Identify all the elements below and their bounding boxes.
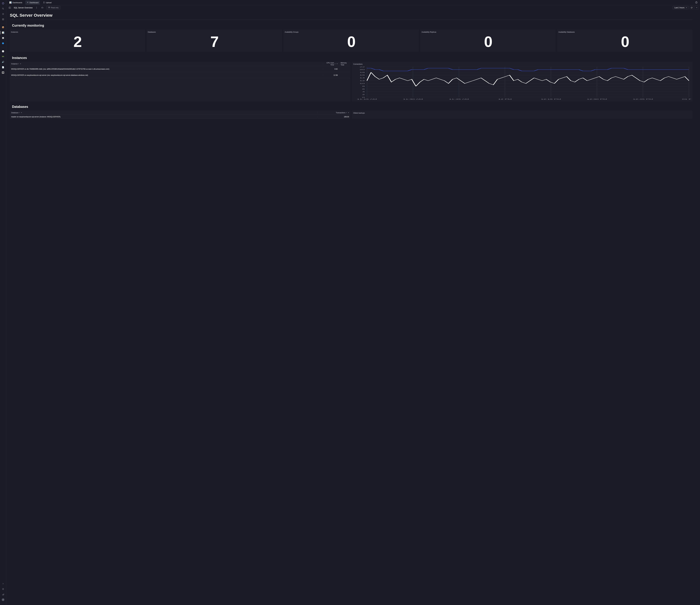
tile-availability-replicas[interactable]: Availability Replicas 0 <box>420 29 556 52</box>
more-options-icon[interactable] <box>34 6 39 10</box>
chevron-down-icon <box>20 64 21 64</box>
databases-table-header: Database Transactions <box>10 111 350 115</box>
search-icon[interactable] <box>1 7 5 10</box>
new-dashboard-button[interactable]: Dashboard <box>25 1 40 5</box>
apps-icon[interactable] <box>1 18 5 21</box>
sidebar-logo[interactable] <box>1 2 5 5</box>
refresh-button[interactable] <box>690 6 694 10</box>
tile-value: 0 <box>422 34 554 49</box>
panel-toggle-icon[interactable] <box>8 6 12 10</box>
nav-item-1[interactable]: 📦 <box>1 26 5 29</box>
cell-instance: MSSQLSERVER on easytravelazure-sql-serve… <box>10 74 323 76</box>
svg-text:16: 16 <box>359 74 365 76</box>
oldest-backups-title: Oldest backups <box>352 111 693 115</box>
readonly-label: Read only <box>51 7 58 9</box>
tile-label: Instances <box>11 31 144 33</box>
svg-rect-6 <box>3 19 3 19</box>
col-database-header[interactable]: Database <box>10 112 317 114</box>
svg-text:12: 12 <box>359 80 365 81</box>
timeframe-label: Last 2 hours <box>674 6 684 9</box>
upload-label: Upload <box>46 2 51 4</box>
svg-point-4 <box>3 14 3 14</box>
upload-button[interactable]: Upload <box>42 1 53 5</box>
svg-point-14 <box>3 589 3 589</box>
nav-item-6[interactable]: 📟 <box>1 55 5 58</box>
svg-rect-7 <box>3 19 4 19</box>
sort-icon <box>19 112 20 113</box>
table-row[interactable]: MSSQLSERVER on db-75466649f6-mldlc (via:… <box>10 66 350 72</box>
sort-icon <box>346 112 347 113</box>
nav-item-4[interactable]: 🔷 <box>1 42 5 45</box>
nav-item-7[interactable]: 🔊 <box>1 60 5 64</box>
tile-availability-databases[interactable]: Availability Databases 0 <box>557 29 693 52</box>
col-mem-header[interactable]: Memory Total <box>339 62 350 66</box>
svg-point-16 <box>696 3 697 3</box>
section-databases-title: Databases <box>12 105 693 109</box>
svg-text:11:15 AM: 11:15 AM <box>357 98 377 100</box>
table-row[interactable]: master on easytravelazure-sql-server (in… <box>10 115 350 119</box>
nav-item-3[interactable]: 🔲 <box>1 36 5 40</box>
svg-text:2: 2 <box>362 94 365 95</box>
svg-text:12:45 PM: 12:45 PM <box>633 98 653 100</box>
col-label: Instance <box>11 63 18 65</box>
cell-instance: MSSQLSERVER on db-75466649f6-mldlc (via:… <box>10 68 323 70</box>
databases-table-panel: Database Transactions master on easytrav… <box>10 111 350 119</box>
svg-rect-17 <box>9 7 10 8</box>
svg-rect-11 <box>2 20 3 20</box>
svg-point-20 <box>36 7 37 8</box>
monitoring-tiles: Instances 2 Databases 7 Availability Gro… <box>10 29 693 52</box>
svg-text:01 PM: 01 PM <box>682 98 691 100</box>
svg-text:10: 10 <box>359 83 365 84</box>
nav-item-8[interactable]: 📄 <box>1 66 5 69</box>
content-area: SQL Server Overview Currently monitoring… <box>6 10 700 605</box>
settings-icon[interactable] <box>1 587 5 591</box>
svg-text:0: 0 <box>362 97 365 98</box>
tile-value: 7 <box>148 34 281 49</box>
col-cpu-header[interactable]: CPU User Time <box>323 62 339 66</box>
svg-rect-5 <box>2 19 3 19</box>
dashboard-label: Dashboard <box>29 2 39 4</box>
svg-text:11:30 AM: 11:30 AM <box>403 98 423 100</box>
connections-chart[interactable]: 024681012141618202211:15 AM11:30 AM11:45… <box>352 67 693 101</box>
readonly-badge: Read only <box>46 6 60 9</box>
oldest-backups-panel: Oldest backups <box>352 111 693 119</box>
table-row[interactable]: MSSQLSERVER on easytravelazure-sql-serve… <box>10 72 350 78</box>
chart-icon[interactable] <box>1 593 5 596</box>
nav-item-5[interactable]: ⚪ <box>1 50 5 53</box>
instances-table-header: Instance CPU User Time Memory Total <box>10 62 350 66</box>
help-icon[interactable] <box>694 1 698 4</box>
timeframe-selector[interactable]: Last 2 hours <box>673 6 689 9</box>
refresh-dropdown[interactable] <box>694 6 698 10</box>
svg-point-19 <box>36 7 37 7</box>
cell-transactions: 106.03 <box>317 116 350 118</box>
breadcrumb-title: SQL Server Overview <box>14 6 33 9</box>
svg-rect-13 <box>3 20 4 20</box>
svg-text:6: 6 <box>362 88 365 90</box>
nav-item-9[interactable]: 🔳 <box>1 71 5 74</box>
expand-sidebar-icon[interactable] <box>1 582 5 585</box>
col-instance-header[interactable]: Instance <box>10 63 323 65</box>
topbar: 📊 Dashboards Dashboard Upload <box>6 0 700 5</box>
chart-title: Connections <box>352 62 693 67</box>
svg-rect-8 <box>2 19 3 20</box>
svg-point-22 <box>49 7 49 8</box>
svg-text:22: 22 <box>359 67 365 68</box>
dashboards-nav[interactable]: 📊 Dashboards <box>8 1 24 4</box>
tile-databases[interactable]: Databases 7 <box>147 29 282 52</box>
svg-line-2 <box>3 9 4 9</box>
svg-point-21 <box>36 8 37 8</box>
nav-item-dashboards[interactable]: 📊 <box>1 31 5 34</box>
instances-table-panel: Instance CPU User Time Memory Total <box>10 62 350 101</box>
left-sidebar: 📦 📊 🔲 🔷 ⚪ 📟 🔊 📄 🔳 J <box>0 0 6 605</box>
cell-database: master on easytravelazure-sql-server (in… <box>10 116 317 118</box>
svg-text:12 PM: 12 PM <box>498 98 512 100</box>
sort-icon <box>18 63 19 64</box>
col-transactions-header[interactable]: Transactions <box>317 112 350 114</box>
cloud-icon[interactable] <box>41 6 44 10</box>
svg-text:12:30 PM: 12:30 PM <box>587 98 607 100</box>
tile-availability-groups[interactable]: Availability Groups 0 <box>283 29 419 52</box>
pin-icon[interactable] <box>1 12 5 16</box>
tile-instances[interactable]: Instances 2 <box>10 29 145 52</box>
user-avatar[interactable]: J <box>1 598 5 601</box>
tile-label: Availability Replicas <box>422 31 554 33</box>
